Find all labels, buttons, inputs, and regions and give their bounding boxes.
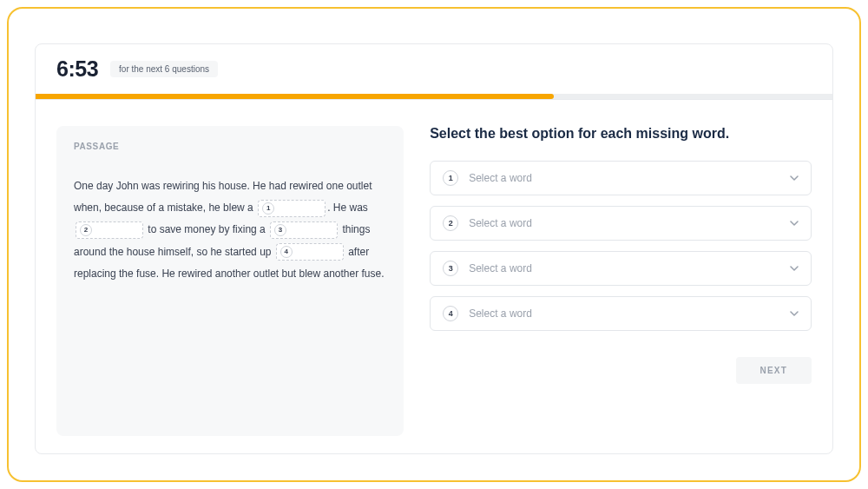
progress-track [36, 94, 832, 99]
dropdown-placeholder: Select a word [469, 262, 779, 274]
header: 6:53 for the next 6 questions [36, 44, 832, 94]
timer-value: 6:53 [56, 56, 98, 82]
blank-3[interactable]: 3 [270, 221, 338, 239]
dropdown-number: 2 [443, 215, 458, 231]
answer-dropdown-3[interactable]: 3Select a word [430, 251, 812, 286]
dropdown-number: 3 [443, 261, 458, 276]
dropdown-number: 4 [443, 306, 458, 321]
page-frame: 6:53 for the next 6 questions PASSAGE On… [7, 7, 861, 482]
answer-dropdown-2[interactable]: 2Select a word [430, 206, 812, 241]
blank-2[interactable]: 2 [76, 221, 143, 239]
blank-1[interactable]: 1 [258, 200, 326, 217]
blank-number: 3 [274, 224, 286, 236]
answer-panel: Select the best option for each missing … [430, 126, 812, 436]
timer-label: for the next 6 questions [119, 64, 209, 74]
dropdown-list: 1Select a word2Select a word3Select a wo… [430, 161, 812, 341]
dropdown-number: 1 [443, 170, 458, 186]
answer-dropdown-1[interactable]: 1Select a word [430, 161, 812, 195]
blank-number: 1 [262, 202, 274, 215]
chevron-down-icon [790, 264, 799, 273]
passage-panel: PASSAGE One day John was rewiring his ho… [56, 126, 404, 436]
next-button[interactable]: NEXT [736, 357, 812, 384]
instruction-prompt: Select the best option for each missing … [430, 126, 812, 142]
timer-label-badge: for the next 6 questions [110, 61, 218, 77]
chevron-down-icon [790, 309, 799, 318]
footer: NEXT [430, 357, 812, 384]
blank-number: 4 [280, 246, 293, 258]
chevron-down-icon [790, 174, 799, 182]
answer-dropdown-4[interactable]: 4Select a word [430, 296, 812, 331]
quiz-card: 6:53 for the next 6 questions PASSAGE On… [35, 43, 833, 454]
blank-number: 2 [80, 224, 92, 236]
dropdown-placeholder: Select a word [469, 172, 779, 184]
progress-fill [36, 94, 554, 99]
passage-title: PASSAGE [74, 142, 386, 151]
dropdown-placeholder: Select a word [469, 217, 779, 229]
blank-4[interactable]: 4 [276, 243, 344, 261]
content: PASSAGE One day John was rewiring his ho… [36, 100, 832, 453]
dropdown-placeholder: Select a word [469, 307, 779, 320]
passage-text: One day John was rewiring his house. He … [74, 175, 386, 285]
chevron-down-icon [790, 219, 799, 228]
